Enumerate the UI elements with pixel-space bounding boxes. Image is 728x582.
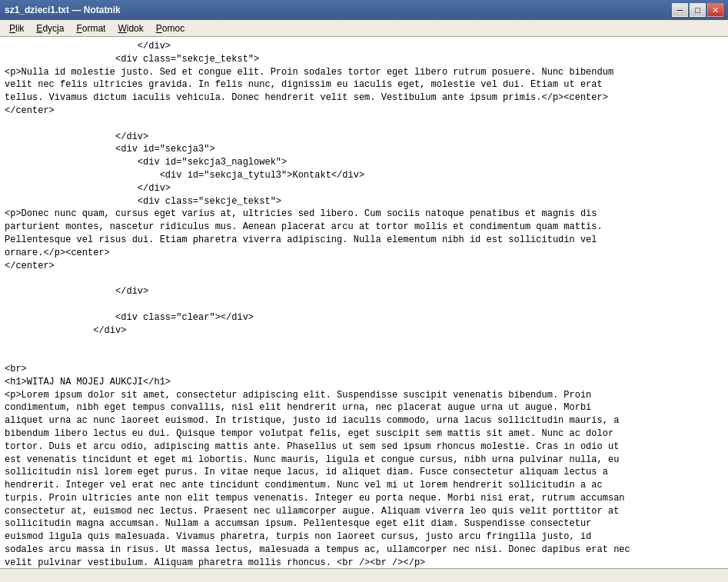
maximize-button[interactable]: □ xyxy=(690,3,706,17)
editor-content[interactable]: </div> <div class="sekcje_tekst"> <p>Nul… xyxy=(0,37,728,568)
editor-container: </div> <div class="sekcje_tekst"> <p>Nul… xyxy=(0,37,728,568)
title-bar: sz1_dzieci1.txt — Notatnik ─ □ ✕ xyxy=(0,0,728,20)
menu-file[interactable]: Plik xyxy=(3,22,30,35)
menu-format[interactable]: Format xyxy=(70,22,111,35)
menu-bar: Plik Edycja Format Widok Pomoc xyxy=(0,20,728,37)
menu-edit[interactable]: Edycja xyxy=(30,22,70,35)
close-button[interactable]: ✕ xyxy=(707,3,723,17)
status-bar xyxy=(0,568,728,582)
minimize-button[interactable]: ─ xyxy=(672,3,688,17)
menu-view[interactable]: Widok xyxy=(111,22,149,35)
menu-help[interactable]: Pomoc xyxy=(150,22,191,35)
window-controls: ─ □ ✕ xyxy=(672,3,723,17)
window-title: sz1_dzieci1.txt — Notatnik xyxy=(5,5,121,15)
